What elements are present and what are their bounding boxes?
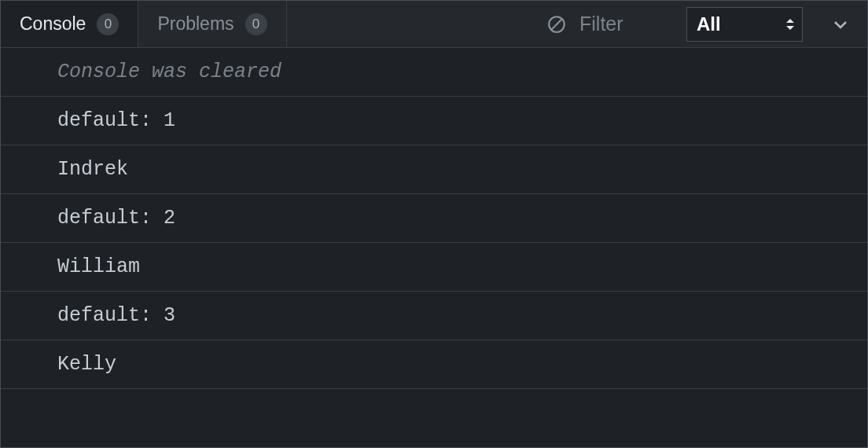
svg-line-1 [552,19,562,29]
log-row-system: Console was cleared [1,48,867,97]
log-row: Kelly [1,340,867,389]
tab-problems-label: Problems [157,13,234,35]
console-toolbar: Console 0 Problems 0 All [1,1,867,48]
log-row: default: 3 [1,292,867,340]
tab-problems[interactable]: Problems 0 [138,1,286,47]
filter-input[interactable] [579,13,674,35]
tab-problems-badge: 0 [245,13,267,35]
log-level-select[interactable]: All [686,7,803,42]
console-settings-button[interactable] [823,7,858,42]
toolbar-spacer [287,1,546,47]
tab-console[interactable]: Console 0 [1,1,138,47]
log-row: default: 1 [1,97,867,145]
tab-console-badge: 0 [97,13,119,35]
log-row: default: 2 [1,194,867,243]
toolbar-right: All [546,1,867,47]
clear-console-icon[interactable] [546,14,567,35]
log-row: Indrek [1,145,867,194]
console-log-area: Console was cleareddefault: 1Indrekdefau… [1,48,867,389]
tab-console-label: Console [20,13,86,35]
log-level-select-wrap: All [686,7,803,42]
log-row: William [1,243,867,292]
